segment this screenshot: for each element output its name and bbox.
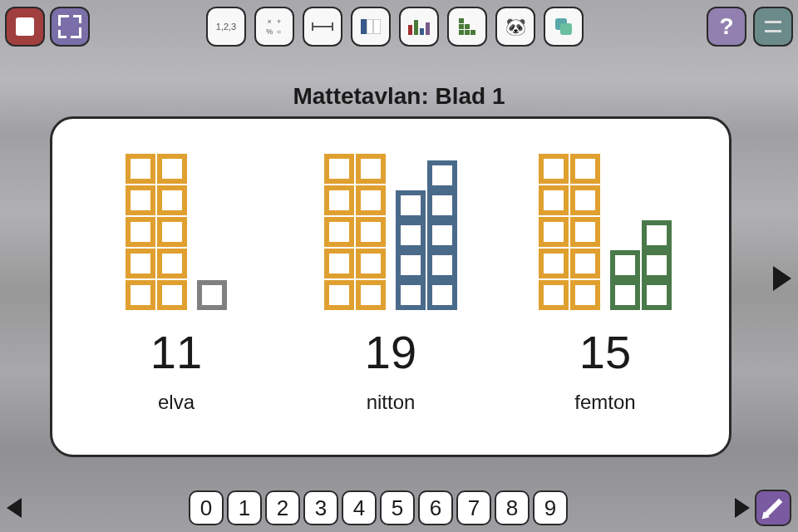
panda-icon: 🐼 xyxy=(505,17,526,37)
digit-2[interactable]: 2 xyxy=(265,490,300,525)
numberline-tool-button[interactable] xyxy=(303,7,342,47)
tens-tower xyxy=(324,154,386,310)
ones-blocks xyxy=(197,280,227,310)
barchart-icon xyxy=(408,18,430,35)
fullscreen-icon xyxy=(58,15,81,38)
numeral: 19 xyxy=(365,325,416,379)
blocks-tool-button[interactable] xyxy=(447,7,487,47)
numeral: 11 xyxy=(150,325,202,379)
digit-9[interactable]: 9 xyxy=(533,490,568,525)
fractions-icon xyxy=(361,19,381,34)
bottom-toolbar: 0 1 2 3 4 5 6 7 8 9 xyxy=(0,489,798,527)
help-button[interactable]: ? xyxy=(707,7,746,47)
number-column-1: 19 nitton xyxy=(291,144,490,438)
fractions-tool-button[interactable] xyxy=(351,7,391,47)
digit-palette: 0 1 2 3 4 5 6 7 8 9 xyxy=(189,490,568,525)
settings-icon xyxy=(762,16,784,37)
stop-icon xyxy=(16,17,34,36)
tens-tower xyxy=(126,154,187,310)
prev-digits-arrow[interactable] xyxy=(7,498,22,518)
digit-3[interactable]: 3 xyxy=(303,490,338,525)
number-word: nitton xyxy=(367,391,416,414)
digit-0[interactable]: 0 xyxy=(189,490,224,525)
digit-8[interactable]: 8 xyxy=(495,490,530,525)
numbers-icon: 1,2,3 xyxy=(216,22,236,32)
shapes-tool-button[interactable] xyxy=(544,7,584,47)
next-page-arrow[interactable] xyxy=(773,266,791,291)
ones-blocks xyxy=(610,220,672,310)
block-viz-0 xyxy=(126,144,227,310)
barchart-tool-button[interactable] xyxy=(399,7,439,47)
digit-7[interactable]: 7 xyxy=(456,490,491,525)
next-digits-arrow[interactable] xyxy=(735,498,750,518)
pencil-icon xyxy=(764,499,783,518)
number-column-2: 15 femton xyxy=(505,144,705,438)
digit-4[interactable]: 4 xyxy=(342,490,377,525)
numeral: 15 xyxy=(579,325,631,379)
top-toolbar: 1,2,3 ×+ %= 🐼 ? xyxy=(0,5,798,48)
number-word: elva xyxy=(158,391,195,414)
panda-tool-button[interactable]: 🐼 xyxy=(495,7,535,47)
page-title: Mattetavlan: Blad 1 xyxy=(0,83,798,110)
ones-blocks xyxy=(396,160,457,310)
stop-button[interactable] xyxy=(5,7,45,47)
numbers-tool-button[interactable]: 1,2,3 xyxy=(206,7,246,47)
numberline-icon xyxy=(312,26,333,27)
blocks-icon xyxy=(459,18,475,35)
digit-1[interactable]: 1 xyxy=(227,490,262,525)
operations-tool-button[interactable]: ×+ %= xyxy=(254,7,294,47)
digit-6[interactable]: 6 xyxy=(418,490,453,525)
digit-5[interactable]: 5 xyxy=(380,490,415,525)
content-card: 11 elva 19 nitton xyxy=(50,116,732,457)
number-column-0: 11 elva xyxy=(76,144,276,438)
number-word: femton xyxy=(574,391,635,414)
block-viz-1 xyxy=(324,144,457,310)
settings-button[interactable] xyxy=(753,7,793,47)
block-viz-2 xyxy=(539,144,672,310)
help-icon: ? xyxy=(719,13,733,40)
tens-tower xyxy=(539,154,600,310)
operations-icon: ×+ %= xyxy=(265,17,283,36)
draw-button[interactable] xyxy=(755,490,791,526)
fullscreen-button[interactable] xyxy=(50,7,90,47)
shapes-icon xyxy=(554,17,574,37)
